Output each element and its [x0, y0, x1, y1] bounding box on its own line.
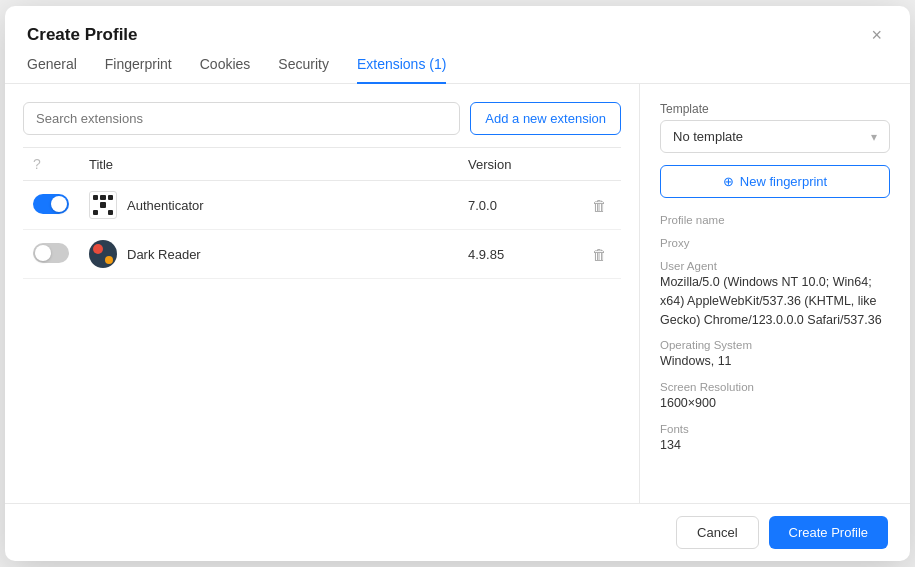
col-header-action: [578, 148, 621, 181]
qr-cell: [100, 210, 105, 215]
fonts-label: Fonts: [660, 423, 890, 435]
os-row: Operating System Windows, 11: [660, 339, 890, 371]
ext-delete-cell: 🗑: [578, 181, 621, 230]
ext-delete-cell: 🗑: [578, 230, 621, 279]
toggle-knob: [51, 196, 67, 212]
os-label: Operating System: [660, 339, 890, 351]
qr-cell: [108, 210, 113, 215]
modal-title: Create Profile: [27, 25, 138, 45]
right-panel: Template No template ▾ ⊕ New fingerprint…: [640, 84, 910, 503]
toggle-knob: [35, 245, 51, 261]
proxy-label: Proxy: [660, 237, 890, 249]
ext-toggle-cell: [23, 230, 79, 279]
qr-cell: [93, 210, 98, 215]
modal-body: Add a new extension ? Title Version: [5, 84, 910, 503]
ext-name-cell: Authenticator: [79, 181, 458, 230]
fingerprint-btn-label: New fingerprint: [740, 174, 827, 189]
tab-cookies[interactable]: Cookies: [200, 56, 251, 84]
col-header-version: Version: [458, 148, 578, 181]
os-value: Windows, 11: [660, 352, 890, 371]
extensions-panel: Add a new extension ? Title Version: [5, 84, 640, 503]
darkreader-icon: [89, 240, 117, 268]
proxy-row: Proxy: [660, 237, 890, 250]
col-header-title: Title: [79, 148, 458, 181]
new-fingerprint-button[interactable]: ⊕ New fingerprint: [660, 165, 890, 198]
close-button[interactable]: ×: [865, 24, 888, 46]
user-agent-row: User Agent Mozilla/5.0 (Windows NT 10.0;…: [660, 260, 890, 329]
col-header-icon: ?: [23, 148, 79, 181]
tab-security[interactable]: Security: [278, 56, 329, 84]
table-row: Dark Reader 4.9.85 🗑: [23, 230, 621, 279]
resolution-label: Screen Resolution: [660, 381, 890, 393]
tabs-bar: General Fingerprint Cookies Security Ext…: [5, 46, 910, 84]
template-select[interactable]: No template ▾: [660, 120, 890, 153]
profile-info-section: Profile name Proxy User Agent Mozilla/5.…: [660, 214, 890, 455]
ext-version-authenticator: 7.0.0: [458, 181, 578, 230]
delete-authenticator-button[interactable]: 🗑: [588, 195, 611, 216]
ext-name-darkreader: Dark Reader: [127, 247, 201, 262]
resolution-value: 1600×900: [660, 394, 890, 413]
qr-cell: [108, 195, 113, 200]
create-profile-modal: Create Profile × General Fingerprint Coo…: [5, 6, 910, 561]
qr-cell: [93, 202, 98, 207]
resolution-row: Screen Resolution 1600×900: [660, 381, 890, 413]
template-section: Template No template ▾: [660, 102, 890, 153]
authenticator-toggle[interactable]: [33, 194, 69, 214]
user-agent-label: User Agent: [660, 260, 890, 272]
authenticator-icon: [89, 191, 117, 219]
profile-name-label: Profile name: [660, 214, 890, 226]
delete-darkreader-button[interactable]: 🗑: [588, 244, 611, 265]
modal-header: Create Profile ×: [5, 6, 910, 46]
fingerprint-icon: ⊕: [723, 174, 734, 189]
table-row: Authenticator 7.0.0 🗑: [23, 181, 621, 230]
ext-name-cell: Dark Reader: [79, 230, 458, 279]
question-icon: ?: [33, 156, 41, 172]
tab-fingerprint[interactable]: Fingerprint: [105, 56, 172, 84]
template-label: Template: [660, 102, 890, 116]
extensions-table: ? Title Version: [23, 147, 621, 279]
fonts-value: 134: [660, 436, 890, 455]
ext-toggle-cell: [23, 181, 79, 230]
tab-extensions[interactable]: Extensions (1): [357, 56, 446, 84]
profile-name-row: Profile name: [660, 214, 890, 227]
qr-cell: [108, 202, 113, 207]
cancel-button[interactable]: Cancel: [676, 516, 758, 549]
modal-footer: Cancel Create Profile: [5, 503, 910, 561]
qr-cell: [100, 195, 105, 200]
add-extension-button[interactable]: Add a new extension: [470, 102, 621, 135]
create-profile-button[interactable]: Create Profile: [769, 516, 888, 549]
tab-general[interactable]: General: [27, 56, 77, 84]
search-row: Add a new extension: [23, 102, 621, 135]
template-value: No template: [673, 129, 743, 144]
user-agent-value: Mozilla/5.0 (Windows NT 10.0; Win64; x64…: [660, 273, 890, 329]
search-input[interactable]: [23, 102, 460, 135]
qr-cell: [100, 202, 105, 207]
ext-version-darkreader: 4.9.85: [458, 230, 578, 279]
ext-name-authenticator: Authenticator: [127, 198, 204, 213]
darkreader-toggle[interactable]: [33, 243, 69, 263]
fonts-row: Fonts 134: [660, 423, 890, 455]
qr-cell: [93, 195, 98, 200]
chevron-down-icon: ▾: [871, 130, 877, 144]
